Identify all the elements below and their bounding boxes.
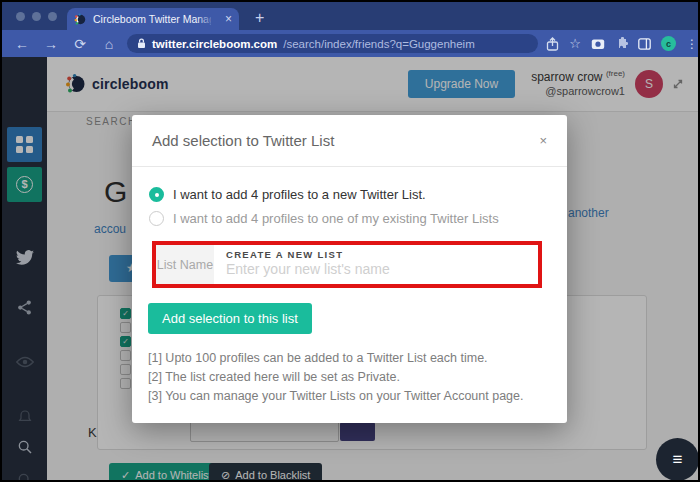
browser-tab[interactable]: Circleboom Twitter Managemen × bbox=[67, 8, 239, 30]
minimize-window-button[interactable] bbox=[32, 12, 41, 21]
note-3: [3] You can manage your Twitter Lists on… bbox=[148, 387, 523, 406]
modal-header: Add selection to Twitter List × bbox=[132, 115, 567, 167]
browser-toolbar: ← → ⟳ ⌂ twitter.circleboom.com/search/in… bbox=[2, 30, 698, 57]
highlight-annotation-box: List Name CREATE A NEW LIST bbox=[152, 241, 542, 288]
modal-notes: [1] Upto 100 profiles can be added to a … bbox=[148, 349, 523, 406]
page-content: $ bbox=[2, 57, 698, 482]
radio-new-list-label: I want to add 4 profiles to a new Twitte… bbox=[173, 187, 426, 202]
add-to-list-modal: Add selection to Twitter List × I want t… bbox=[132, 115, 567, 423]
note-2: [2] The list created here will be set as… bbox=[148, 368, 523, 387]
url-path: /search/index/friends?q=Guggenheim bbox=[283, 38, 474, 50]
floating-menu-button[interactable]: ≡ bbox=[656, 438, 698, 481]
address-bar[interactable]: twitter.circleboom.com/search/index/frie… bbox=[127, 34, 538, 53]
list-name-label: List Name bbox=[156, 245, 214, 284]
tab-bar: Circleboom Twitter Managemen × + bbox=[2, 2, 698, 30]
close-window-button[interactable] bbox=[16, 12, 25, 21]
radio-unselected-icon bbox=[149, 211, 164, 226]
create-new-list-label: CREATE A NEW LIST bbox=[226, 249, 538, 260]
modal-title: Add selection to Twitter List bbox=[152, 132, 334, 149]
share-icon[interactable] bbox=[546, 37, 559, 51]
new-tab-button[interactable]: + bbox=[255, 7, 264, 29]
add-selection-button[interactable]: Add selection to this list bbox=[148, 303, 312, 334]
url-domain: twitter.circleboom.com bbox=[152, 38, 277, 50]
lock-icon bbox=[137, 38, 146, 49]
radio-existing-list-label: I want to add 4 profiles to one of my ex… bbox=[173, 211, 499, 226]
extensions-puzzle-icon[interactable] bbox=[615, 37, 628, 50]
circleboom-favicon-icon bbox=[74, 13, 87, 26]
home-icon[interactable]: ⌂ bbox=[101, 36, 117, 52]
note-1: [1] Upto 100 profiles can be added to a … bbox=[148, 349, 523, 368]
hamburger-icon: ≡ bbox=[673, 450, 683, 470]
bookmark-star-icon[interactable]: ☆ bbox=[569, 36, 581, 51]
chrome-menu-icon[interactable]: ⋮ bbox=[686, 39, 698, 49]
zoom-window-button[interactable] bbox=[48, 12, 57, 21]
forward-icon[interactable]: → bbox=[43, 36, 59, 52]
list-name-input[interactable] bbox=[226, 260, 526, 278]
modal-close-icon[interactable]: × bbox=[539, 133, 547, 148]
tab-close-icon[interactable]: × bbox=[225, 12, 232, 26]
browser-window: Circleboom Twitter Managemen × + ← → ⟳ ⌂… bbox=[0, 0, 700, 482]
radio-new-list[interactable]: I want to add 4 profiles to a new Twitte… bbox=[149, 187, 426, 202]
radio-existing-list[interactable]: I want to add 4 profiles to one of my ex… bbox=[149, 211, 499, 226]
tab-title: Circleboom Twitter Managemen bbox=[93, 13, 211, 25]
screenshot-extension-icon[interactable] bbox=[591, 38, 605, 50]
tab-title-fade bbox=[197, 8, 215, 30]
radio-selected-icon bbox=[149, 187, 164, 202]
reload-icon[interactable]: ⟳ bbox=[72, 36, 88, 52]
side-panel-icon[interactable] bbox=[638, 38, 651, 50]
macos-traffic-lights[interactable] bbox=[16, 12, 57, 21]
back-icon[interactable]: ← bbox=[14, 36, 30, 52]
circleboom-extension-icon[interactable]: c bbox=[661, 36, 676, 51]
